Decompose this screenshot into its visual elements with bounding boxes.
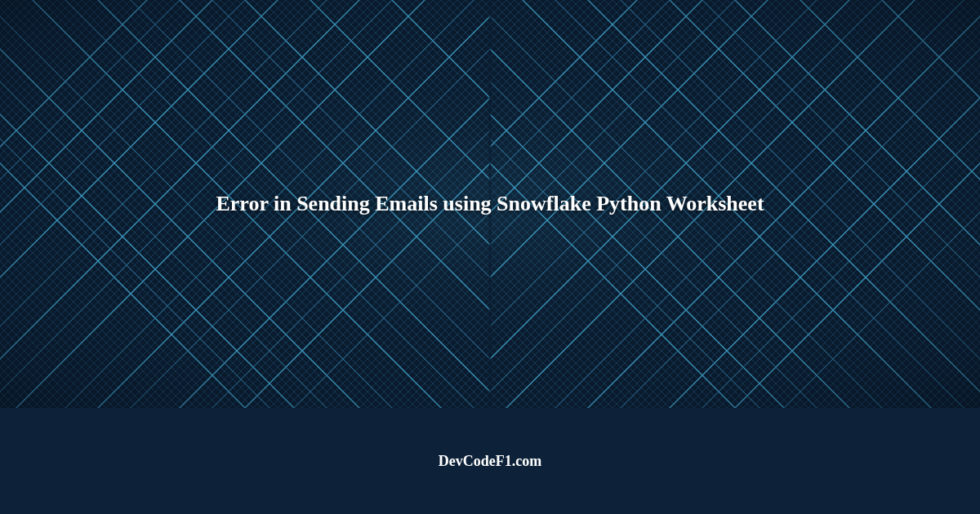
footer-bar: DevCodeF1.com [0,408,980,514]
page-container: Error in Sending Emails using Snowflake … [0,0,980,514]
article-title: Error in Sending Emails using Snowflake … [183,192,796,216]
site-name: DevCodeF1.com [439,453,541,470]
hero-banner: Error in Sending Emails using Snowflake … [0,0,980,408]
